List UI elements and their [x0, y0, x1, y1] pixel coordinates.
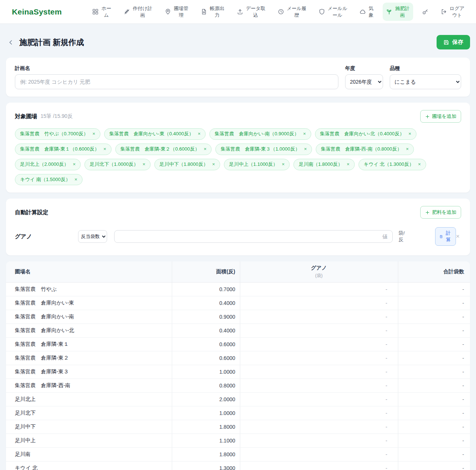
calc-method-select[interactable]: 反当袋数 [78, 230, 107, 243]
remove-tag-icon[interactable]: × [204, 146, 207, 153]
remove-tag-icon[interactable]: × [408, 131, 411, 138]
nav-item-label: ホーム [101, 5, 112, 18]
cell-fertilizer-bags: - [240, 420, 398, 434]
cell-total-bags: - [398, 323, 470, 337]
remove-tag-icon[interactable]: × [103, 146, 106, 153]
cell-area: 0.4000 [172, 323, 240, 337]
cell-total-bags: - [398, 406, 470, 420]
cell-fertilizer-bags: - [240, 461, 398, 470]
back-button[interactable] [6, 38, 16, 47]
header-fertilizer-unit: (袋) [245, 273, 393, 279]
nav-item[interactable]: 施肥計画 [383, 3, 413, 21]
plan-name-input[interactable] [15, 74, 338, 89]
cell-area: 0.6000 [172, 351, 240, 365]
calculate-button[interactable]: 計算 [435, 227, 456, 246]
cell-total-bags: - [398, 379, 470, 392]
cell-area: 2.0000 [172, 392, 240, 406]
fertilizer-row: グアノ 反当袋数 袋/反 計算 × [15, 227, 461, 248]
remove-tag-icon[interactable]: × [142, 161, 145, 168]
cell-total-bags: - [398, 310, 470, 323]
cell-fertilizer-bags: - [240, 406, 398, 420]
page-header: 施肥計画 新規作成 保存 [6, 35, 470, 49]
remove-tag-icon[interactable]: × [74, 176, 77, 183]
field-tag: 集落営農 竹やぶ（0.7000反） × [15, 128, 100, 140]
cell-fertilizer-bags: - [240, 282, 398, 296]
nav-item[interactable]: 気象 [356, 3, 377, 21]
field-tag-label: 集落営農 倉庫隣-西-南（0.8000反） [321, 146, 402, 153]
table-row: 足川南 1.8000 - - [6, 447, 470, 461]
field-tag-label: 足川北上（2.0000反） [20, 161, 69, 168]
nav-item[interactable]: ホーム [89, 3, 115, 21]
field-tag: 足川南（1.8000反） × [293, 159, 354, 170]
remove-tag-icon[interactable]: × [418, 161, 421, 168]
nav-item[interactable]: 作付け計画 [120, 3, 156, 21]
plus-icon [425, 210, 430, 215]
nav-item[interactable]: 圃場管理 [161, 3, 192, 21]
table-row: 集落営農 倉庫隣-東１ 0.6000 - - [6, 337, 470, 351]
year-select[interactable]: 2026年度 [345, 74, 383, 89]
nav-item-label: データ取込 [246, 5, 266, 18]
field-tag: 集落営農 倉庫隣-東１（0.6000反） × [15, 144, 112, 155]
cell-field-name: 足川北下 [6, 406, 172, 420]
add-fertilizer-button[interactable]: 肥料を追加 [420, 206, 461, 219]
sprout-icon [386, 9, 392, 15]
table-row: 足川北下 1.0000 - - [6, 406, 470, 420]
auto-calc-head: 自動計算設定 肥料を追加 [15, 206, 461, 219]
field-tag-label: 集落営農 竹やぶ（0.7000反） [20, 131, 88, 138]
table-row: 集落営農 倉庫向かい-北 0.4000 - - [6, 323, 470, 337]
field-tag: 集落営農 倉庫隣-東３（1.0000反） × [215, 144, 312, 155]
cell-field-name: 集落営農 倉庫隣-東３ [6, 365, 172, 379]
add-fertilizer-label: 肥料を追加 [432, 209, 456, 216]
cell-total-bags: - [398, 392, 470, 406]
remove-tag-icon[interactable]: × [282, 161, 285, 168]
field-tag: 足川北下（1.0000反） × [84, 159, 150, 170]
add-field-button[interactable]: 圃場を追加 [420, 110, 461, 123]
remove-tag-icon[interactable]: × [406, 146, 409, 153]
nav-item[interactable]: データ取込 [234, 3, 269, 21]
field-tag-label: キウイ 北（1.3000反） [364, 161, 414, 168]
table-row: 集落営農 竹やぶ 0.7000 - - [6, 282, 470, 296]
field-tag: 集落営農 倉庫向かい-東（0.4000反） × [104, 128, 206, 140]
calculator-icon [440, 234, 443, 239]
plan-name-label: 計画名 [15, 65, 338, 72]
calc-value-input[interactable] [114, 230, 393, 243]
key-icon [422, 9, 428, 15]
remove-tag-icon[interactable]: × [303, 131, 306, 138]
year-label: 年度 [345, 65, 383, 72]
nav-item[interactable] [419, 6, 432, 17]
cell-field-name: 集落営農 倉庫向かい-北 [6, 323, 172, 337]
remove-fertilizer-icon[interactable]: × [456, 233, 461, 240]
calc-unit-label: 袋/反 [398, 230, 405, 243]
upload-icon [237, 9, 243, 15]
nav-item[interactable]: メールルール [315, 3, 351, 21]
cell-field-name: 足川北上 [6, 392, 172, 406]
variety-select[interactable]: にこまる [390, 74, 461, 89]
shield-icon [319, 9, 325, 15]
save-icon [443, 39, 449, 45]
remove-tag-icon[interactable]: × [198, 131, 201, 138]
nav-item[interactable]: メール履歴 [274, 3, 310, 21]
plan-name-group: 計画名 [15, 65, 338, 89]
remove-tag-icon[interactable]: × [92, 131, 95, 138]
auto-calc-card: 自動計算設定 肥料を追加 グアノ 反当袋数 袋/反 計算 × [6, 199, 470, 255]
field-tag: 集落営農 倉庫隣-東２（0.6000反） × [115, 144, 212, 155]
field-tag-label: 集落営農 倉庫向かい-南（0.9000反） [215, 131, 299, 138]
fields-table: 圃場名 面積(反) グアノ (袋) 合計袋数 集落営農 竹やぶ 0.7000 -… [6, 261, 470, 470]
cell-field-name: キウイ 北 [6, 461, 172, 470]
remove-tag-icon[interactable]: × [304, 146, 307, 153]
cell-total-bags: - [398, 337, 470, 351]
save-button[interactable]: 保存 [437, 35, 470, 49]
nav-item-label: 気象 [369, 5, 374, 18]
field-tag-label: 足川中下（1.8000反） [160, 161, 208, 168]
nav-item[interactable]: ログアウト [437, 3, 468, 21]
main-content: 施肥計画 新規作成 保存 計画名 年度 2026年度 品種 にこまる [0, 35, 476, 470]
add-field-label: 圃場を追加 [432, 113, 456, 120]
brand-logo[interactable]: KeinaSystem [12, 7, 62, 16]
remove-tag-icon[interactable]: × [73, 161, 76, 168]
nav-item[interactable]: 帳票出力 [197, 3, 228, 21]
cloud-icon [360, 9, 366, 15]
remove-tag-icon[interactable]: × [212, 161, 215, 168]
remove-tag-icon[interactable]: × [347, 161, 350, 168]
nav-item-label: 施肥計画 [395, 5, 410, 18]
top-nav: KeinaSystem ホーム 作付け計画 圃場管理 帳票出力 [0, 0, 476, 24]
